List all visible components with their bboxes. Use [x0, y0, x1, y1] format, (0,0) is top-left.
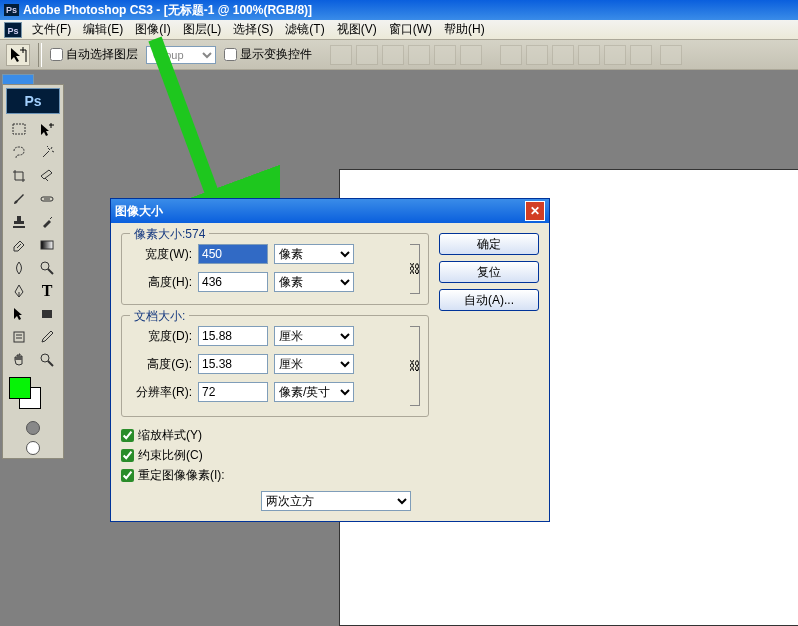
- svg-point-11: [41, 354, 49, 362]
- divider: [38, 43, 42, 67]
- dist-btn-4[interactable]: [578, 45, 600, 65]
- ps-badge: Ps: [4, 4, 19, 16]
- svg-rect-7: [42, 310, 52, 318]
- distribute-icons: [500, 45, 652, 65]
- px-width-unit-select[interactable]: 像素: [274, 244, 354, 264]
- auto-select-cb[interactable]: [50, 48, 63, 61]
- px-width-label: 宽度(W):: [130, 246, 192, 263]
- current-tool-icon[interactable]: [6, 44, 30, 66]
- menu-view[interactable]: 视图(V): [331, 19, 383, 40]
- menu-filter[interactable]: 滤镜(T): [279, 19, 330, 40]
- doc-size-fieldset: 文档大小: 宽度(D): 厘米 高度(G): 厘米: [121, 315, 429, 417]
- dodge-tool-icon[interactable]: [33, 256, 61, 279]
- scale-styles-checkbox[interactable]: 缩放样式(Y): [121, 427, 429, 444]
- svg-line-12: [48, 361, 53, 366]
- marquee-tool-icon[interactable]: [5, 118, 33, 141]
- shape-tool-icon[interactable]: [33, 302, 61, 325]
- brush-tool-icon[interactable]: [5, 187, 33, 210]
- history-brush-icon[interactable]: [33, 210, 61, 233]
- doc-size-legend: 文档大小:: [130, 308, 189, 325]
- app-title: Adobe Photoshop CS3 - [无标题-1 @ 100%(RGB/…: [23, 2, 312, 19]
- fg-color-swatch[interactable]: [9, 377, 31, 399]
- menu-file[interactable]: 文件(F): [26, 19, 77, 40]
- zoom-tool-icon[interactable]: [33, 348, 61, 371]
- menu-help[interactable]: 帮助(H): [438, 19, 491, 40]
- resample-method-select[interactable]: 两次立方: [261, 491, 411, 511]
- doc-height-input[interactable]: [198, 354, 268, 374]
- notes-tool-icon[interactable]: [5, 325, 33, 348]
- wand-tool-icon[interactable]: [33, 141, 61, 164]
- blur-tool-icon[interactable]: [5, 256, 33, 279]
- eraser-tool-icon[interactable]: [5, 233, 33, 256]
- link-chain-icon[interactable]: ⛓: [409, 262, 421, 276]
- link-bracket: ⛓: [410, 244, 420, 294]
- dist-btn-5[interactable]: [604, 45, 626, 65]
- auto-button[interactable]: 自动(A)...: [439, 289, 539, 311]
- hand-tool-icon[interactable]: [5, 348, 33, 371]
- constrain-aspect-checkbox[interactable]: 约束比例(C): [121, 447, 429, 464]
- dist-btn-3[interactable]: [552, 45, 574, 65]
- healing-tool-icon[interactable]: [33, 187, 61, 210]
- doc-link-chain-icon[interactable]: ⛓: [409, 359, 421, 373]
- dialog-titlebar[interactable]: 图像大小 ✕: [111, 199, 549, 223]
- align-btn-4[interactable]: [408, 45, 430, 65]
- gradient-tool-icon[interactable]: [33, 233, 61, 256]
- stamp-tool-icon[interactable]: [5, 210, 33, 233]
- menu-image[interactable]: 图像(I): [129, 19, 176, 40]
- doc-height-unit-select[interactable]: 厘米: [274, 354, 354, 374]
- tool-grid: T: [5, 118, 61, 371]
- close-icon[interactable]: ✕: [525, 201, 545, 221]
- menu-edit[interactable]: 编辑(E): [77, 19, 129, 40]
- group-dropdown[interactable]: Group: [146, 46, 216, 64]
- options-bar: 自动选择图层 Group 显示变换控件: [0, 40, 798, 70]
- align-btn-1[interactable]: [330, 45, 352, 65]
- lasso-tool-icon[interactable]: [5, 141, 33, 164]
- eyedropper-tool-icon[interactable]: [33, 325, 61, 348]
- color-swatches[interactable]: [5, 377, 61, 419]
- px-height-unit-select[interactable]: 像素: [274, 272, 354, 292]
- ok-button[interactable]: 确定: [439, 233, 539, 255]
- dist-btn-6[interactable]: [630, 45, 652, 65]
- arrange-btn[interactable]: [660, 45, 682, 65]
- ps-logo: Ps: [6, 88, 60, 114]
- type-tool-icon[interactable]: T: [33, 279, 61, 302]
- dist-btn-2[interactable]: [526, 45, 548, 65]
- px-width-input[interactable]: [198, 244, 268, 264]
- doc-res-unit-select[interactable]: 像素/英寸: [274, 382, 354, 402]
- menu-select[interactable]: 选择(S): [227, 19, 279, 40]
- menu-window[interactable]: 窗口(W): [383, 19, 438, 40]
- svg-point-5: [41, 262, 49, 270]
- dialog-title-text: 图像大小: [115, 203, 163, 220]
- menu-layer[interactable]: 图层(L): [177, 19, 228, 40]
- pen-tool-icon[interactable]: [5, 279, 33, 302]
- doc-res-input[interactable]: [198, 382, 268, 402]
- align-btn-3[interactable]: [382, 45, 404, 65]
- align-btn-2[interactable]: [356, 45, 378, 65]
- system-icon[interactable]: Ps: [4, 22, 22, 38]
- px-height-input[interactable]: [198, 272, 268, 292]
- show-transform-checkbox[interactable]: 显示变换控件: [224, 46, 312, 63]
- doc-width-input[interactable]: [198, 326, 268, 346]
- standard-mode-icon[interactable]: [26, 421, 40, 435]
- pixel-size-fieldset: 像素大小:574 宽度(W): 像素 高度(H): 像素: [121, 233, 429, 305]
- align-btn-6[interactable]: [460, 45, 482, 65]
- pixel-size-legend: 像素大小:574: [130, 226, 209, 243]
- image-size-dialog: 图像大小 ✕ 像素大小:574 宽度(W): 像素 高度(H):: [110, 198, 550, 522]
- auto-select-checkbox[interactable]: 自动选择图层: [50, 46, 138, 63]
- path-select-icon[interactable]: [5, 302, 33, 325]
- reset-button[interactable]: 复位: [439, 261, 539, 283]
- slice-tool-icon[interactable]: [33, 164, 61, 187]
- auto-select-label: 自动选择图层: [66, 46, 138, 63]
- svg-rect-4: [41, 241, 53, 249]
- doc-width-unit-select[interactable]: 厘米: [274, 326, 354, 346]
- resample-checkbox[interactable]: 重定图像像素(I):: [121, 467, 429, 484]
- svg-line-6: [48, 269, 53, 274]
- screen-mode-icon[interactable]: [26, 441, 40, 455]
- crop-tool-icon[interactable]: [5, 164, 33, 187]
- show-transform-cb[interactable]: [224, 48, 237, 61]
- move-tool-icon[interactable]: [33, 118, 61, 141]
- svg-rect-0: [13, 124, 25, 134]
- dist-btn-1[interactable]: [500, 45, 522, 65]
- align-btn-5[interactable]: [434, 45, 456, 65]
- title-bar: Ps Adobe Photoshop CS3 - [无标题-1 @ 100%(R…: [0, 0, 798, 20]
